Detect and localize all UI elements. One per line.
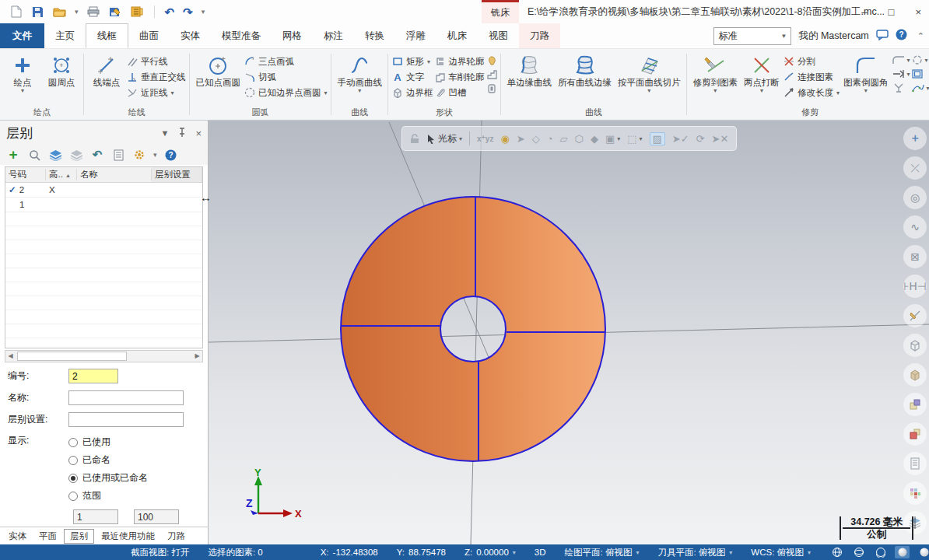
- col-name[interactable]: 名称: [77, 169, 152, 180]
- qm-circle-icon[interactable]: ◎: [903, 186, 927, 209]
- qm-squares-purple-icon[interactable]: [903, 393, 927, 416]
- divide-button[interactable]: 分割: [784, 54, 840, 68]
- tab-levels-panel[interactable]: 层别: [64, 529, 94, 544]
- radio-named[interactable]: 已命名: [68, 453, 148, 467]
- redo-icon[interactable]: ↷: [183, 6, 193, 18]
- shaded-edges-sphere-icon[interactable]: [917, 546, 929, 558]
- level-row-1[interactable]: 1: [5, 198, 202, 212]
- arc-tangent-button[interactable]: 切弧: [244, 70, 328, 84]
- number-input[interactable]: [68, 369, 118, 383]
- collapse-ribbon-icon[interactable]: ⌃: [917, 31, 924, 41]
- hidden-line-globe-icon[interactable]: [851, 546, 866, 558]
- tab-mesh[interactable]: 网格: [272, 23, 313, 48]
- lock-icon[interactable]: [410, 134, 419, 144]
- setting-input[interactable]: [68, 412, 184, 427]
- section-view-status[interactable]: 截面视图: 打开: [131, 547, 189, 558]
- trim-to-point-icon[interactable]: ▾: [892, 69, 910, 79]
- undo-level-icon[interactable]: ↶: [90, 148, 104, 162]
- panel-help-icon[interactable]: ?: [164, 148, 178, 162]
- maximize-button[interactable]: □: [889, 6, 895, 18]
- arrow-select-icon[interactable]: ➤: [517, 133, 525, 145]
- modify-length-button[interactable]: 修改长度 ▾: [784, 86, 840, 100]
- tab-machine[interactable]: 机床: [436, 23, 478, 48]
- name-input[interactable]: [68, 390, 184, 405]
- scroll-left-icon[interactable]: ◀: [5, 352, 16, 361]
- pin-icon[interactable]: [178, 128, 186, 138]
- open-file-icon[interactable]: [53, 5, 66, 19]
- tab-recent-functions-panel[interactable]: 最近使用功能: [96, 530, 160, 543]
- tab-wireframe[interactable]: 线框: [86, 23, 128, 48]
- help-icon[interactable]: ?: [896, 29, 907, 43]
- wcs-selector[interactable]: WCS: 俯视图▾: [751, 547, 811, 558]
- fence-select-icon[interactable]: ⬚▾: [627, 133, 642, 145]
- wireframe-globe-icon[interactable]: [829, 546, 844, 558]
- add-level-button[interactable]: +: [6, 148, 20, 162]
- scrollbar-thumb[interactable]: [17, 352, 127, 361]
- shaded-sphere-icon[interactable]: [895, 546, 910, 558]
- layers-inactive-icon[interactable]: [69, 148, 83, 162]
- curve-one-edge-button[interactable]: 单边缘曲线: [505, 51, 555, 89]
- levels-table-header[interactable]: 号码 高.. ▲ 名称 层别设置: [5, 167, 202, 183]
- open-file-caret-icon[interactable]: ▾: [75, 8, 79, 16]
- trim-to-entity-button[interactable]: 修剪到图素 ▾: [691, 51, 741, 95]
- minimize-button[interactable]: –: [861, 6, 867, 18]
- solid-filter-icon[interactable]: ⬡: [575, 133, 584, 145]
- gear-icon[interactable]: [132, 148, 146, 162]
- arc-filter-icon[interactable]: ◔: [547, 133, 553, 145]
- save-some-icon[interactable]: [109, 5, 122, 19]
- circle-center-point-button[interactable]: 已知点画圆: [194, 51, 244, 89]
- qm-note-icon[interactable]: [903, 452, 927, 475]
- point-select-icon[interactable]: ◉: [500, 133, 509, 145]
- circle-edge-point-button[interactable]: 已知边界点画圆 ▾: [244, 86, 328, 100]
- wireframe-filter-icon[interactable]: ◇: [532, 133, 540, 145]
- tab-model-prep[interactable]: 模型准备: [211, 23, 272, 48]
- col-setting[interactable]: 层别设置: [152, 167, 202, 182]
- tab-art[interactable]: 浮雕: [395, 23, 436, 48]
- turn-profile-button[interactable]: 车削轮廓: [435, 70, 485, 84]
- tab-surfaces[interactable]: 曲面: [128, 23, 170, 48]
- letters-button[interactable]: A 文字: [392, 70, 433, 84]
- line-endpoints-button[interactable]: 线端点: [88, 51, 125, 89]
- file-manager-icon[interactable]: [131, 5, 144, 19]
- tab-toolpaths-panel[interactable]: 刀路: [162, 530, 191, 543]
- qm-wire-cube-icon[interactable]: [903, 334, 927, 357]
- fillet-entities-button[interactable]: 图素倒圆角 ▾: [841, 51, 891, 95]
- silhouette-boundary-button[interactable]: 边界轮廓: [435, 54, 485, 68]
- qm-knife-icon[interactable]: [903, 304, 927, 327]
- rotate-select-icon[interactable]: ⟳: [696, 133, 705, 145]
- tab-toolpaths[interactable]: 刀路: [519, 23, 560, 48]
- perpendicular-line-button[interactable]: 垂直正交线: [127, 70, 186, 84]
- collapse-y-icon[interactable]: [892, 83, 910, 93]
- parallel-line-button[interactable]: 平行线: [127, 54, 186, 68]
- close-button[interactable]: ×: [915, 6, 921, 18]
- close-arc-icon[interactable]: ▾: [912, 55, 929, 65]
- qm-spline-icon[interactable]: ∿: [903, 215, 927, 239]
- save-icon[interactable]: [31, 5, 44, 19]
- qm-dimension-icon[interactable]: ⊦H⊣: [903, 275, 927, 298]
- outline-globe-icon[interactable]: [873, 546, 888, 558]
- create-point-button[interactable]: 绘点 ▾: [4, 51, 41, 95]
- col-number[interactable]: 号码: [5, 169, 46, 180]
- radio-range[interactable]: 范围: [68, 489, 148, 502]
- surface-filter-icon[interactable]: ▱: [560, 133, 568, 145]
- tab-home[interactable]: 主页: [44, 23, 86, 48]
- tplane-selector[interactable]: 刀具平面: 俯视图▾: [657, 547, 732, 558]
- search-icon[interactable]: [27, 148, 41, 162]
- radio-used-or-named[interactable]: 已使用或已命名: [68, 471, 148, 485]
- gear-caret-icon[interactable]: ▾: [153, 151, 157, 159]
- qm-squares-red-icon[interactable]: [903, 422, 927, 446]
- curve-slice-by-plane-button[interactable]: 按平面曲线切片 ▾: [615, 51, 683, 95]
- active-selection-mode[interactable]: ▨: [650, 132, 665, 145]
- shape-extra-2-icon[interactable]: [486, 69, 497, 80]
- manual-spline-button[interactable]: 手动画曲线 ▾: [335, 51, 385, 95]
- level-row-2[interactable]: ✓2 X: [5, 183, 202, 198]
- customize-qat-icon[interactable]: ▾: [202, 8, 205, 16]
- col-highlight[interactable]: 高.. ▲: [46, 169, 77, 180]
- curve-all-edges-button[interactable]: 所有曲线边缘: [556, 51, 614, 89]
- spline-handles-icon[interactable]: ▾: [912, 83, 929, 93]
- chamfer-icon[interactable]: ▾: [892, 55, 910, 65]
- accept-cursor-icon[interactable]: ➤✓: [672, 133, 689, 145]
- nested-squares-icon[interactable]: [912, 69, 929, 79]
- my-mastercam-link[interactable]: 我的 Mastercam: [798, 30, 868, 43]
- graphics-viewport[interactable]: 光标 ▾ x⁺yz ◉ ➤ ◇ ◔ ▱ ⬡ ◆ ▣▾ ⬚▾ ▨ ➤✓ ⟳ ➤✕: [209, 121, 929, 544]
